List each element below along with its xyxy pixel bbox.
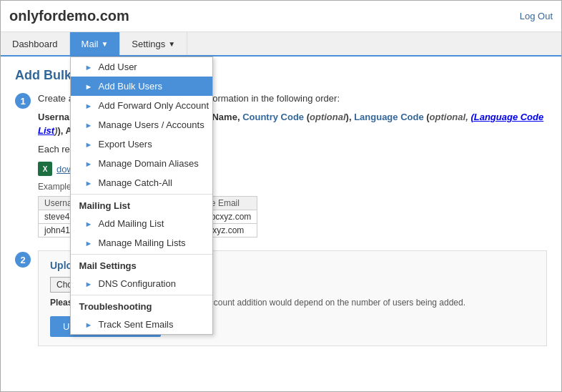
- menu-add-mailing-list-label: Add Mailing List: [99, 218, 164, 229]
- nav-mail-label: Mail: [82, 39, 99, 49]
- menu-export-users[interactable]: ► Export Users: [71, 134, 212, 154]
- nav-bar: Dashboard Mail ▼ ► Add User ► Add Bulk U…: [1, 32, 561, 57]
- menu-manage-users[interactable]: ► Manage Users / Accounts: [71, 115, 212, 134]
- arrow-icon: ►: [85, 280, 93, 288]
- menu-add-mailing-list[interactable]: ► Add Mailing List: [71, 214, 212, 233]
- arrow-icon: ►: [85, 220, 93, 228]
- menu-export-users-label: Export Users: [99, 139, 152, 150]
- menu-track-sent-emails-label: Track Sent Emails: [99, 319, 174, 330]
- menu-manage-domain-aliases[interactable]: ► Manage Domain Aliases: [71, 154, 212, 173]
- step-2-number: 2: [15, 252, 31, 268]
- step-1-lang-code: Language Code: [354, 112, 424, 122]
- app-window: onlyfordemo.com Log Out Dashboard Mail ▼…: [0, 0, 562, 392]
- menu-manage-domain-aliases-label: Manage Domain Aliases: [99, 158, 199, 169]
- menu-manage-catch-all[interactable]: ► Manage Catch-All: [71, 173, 212, 192]
- nav-settings-label: Settings: [132, 39, 165, 49]
- arrow-icon: ►: [85, 63, 93, 72]
- menu-add-bulk-users-label: Add Bulk Users: [99, 81, 163, 92]
- nav-dashboard[interactable]: Dashboard: [1, 32, 70, 55]
- menu-manage-users-label: Manage Users / Accounts: [99, 119, 204, 130]
- menu-dns-config-label: DNS Configuration: [99, 278, 176, 289]
- site-title: onlyfordemo.com: [9, 8, 129, 24]
- menu-manage-mailing-lists[interactable]: ► Manage Mailing Lists: [71, 233, 212, 253]
- menu-add-forward-label: Add Forward Only Account: [99, 100, 209, 111]
- menu-add-user-label: Add User: [99, 62, 137, 72]
- arrow-icon: ►: [85, 160, 93, 168]
- arrow-icon: ►: [85, 179, 93, 187]
- example-text: Example: [38, 182, 72, 192]
- logout-link[interactable]: Log Out: [520, 11, 553, 21]
- menu-add-user[interactable]: ► Add User: [71, 57, 212, 77]
- nav-mail-caret: ▼: [101, 40, 108, 48]
- step-1-number: 1: [15, 93, 31, 109]
- menu-dns-config[interactable]: ► DNS Configuration: [71, 274, 212, 293]
- arrow-icon: ►: [85, 121, 93, 129]
- menu-add-bulk-users[interactable]: ► Add Bulk Users: [71, 77, 212, 96]
- mail-settings-section: Mail Settings: [71, 254, 212, 274]
- nav-mail[interactable]: Mail ▼ ► Add User ► Add Bulk Users ► Add…: [70, 32, 121, 55]
- menu-add-forward[interactable]: ► Add Forward Only Account: [71, 96, 212, 115]
- nav-dashboard-label: Dashboard: [12, 39, 58, 49]
- mail-dropdown: ► Add User ► Add Bulk Users ► Add Forwar…: [70, 57, 213, 335]
- arrow-icon: ►: [85, 140, 93, 149]
- excel-icon: X: [38, 162, 52, 176]
- mailing-list-section: Mailing List: [71, 194, 212, 214]
- arrow-icon: ►: [85, 320, 93, 329]
- menu-manage-mailing-lists-label: Manage Mailing Lists: [99, 237, 186, 248]
- menu-manage-catch-all-label: Manage Catch-All: [99, 177, 172, 188]
- top-bar: onlyfordemo.com Log Out: [1, 1, 561, 32]
- menu-track-sent-emails[interactable]: ► Track Sent Emails: [71, 315, 212, 334]
- troubleshooting-section: Troubleshooting: [71, 295, 212, 315]
- nav-settings-caret: ▼: [168, 40, 175, 48]
- step-1-country-code: Country Code: [242, 112, 304, 122]
- arrow-icon: ►: [85, 239, 93, 248]
- nav-settings[interactable]: Settings ▼: [120, 32, 187, 55]
- arrow-icon: ►: [85, 102, 93, 110]
- arrow-icon: ►: [85, 82, 93, 91]
